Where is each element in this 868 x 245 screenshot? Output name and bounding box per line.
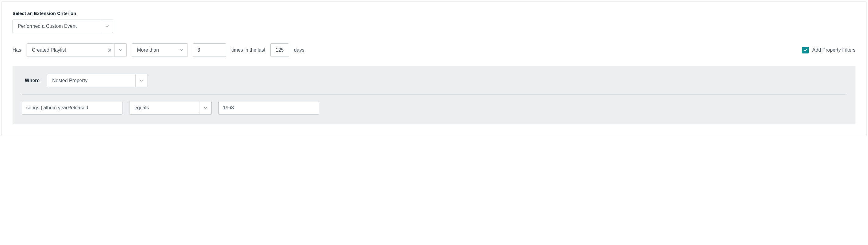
criterion-value: Performed a Custom Event	[13, 24, 101, 29]
event-dropdown-toggle[interactable]	[114, 44, 126, 57]
count-input[interactable]	[193, 43, 226, 57]
add-property-filters-checkbox[interactable]	[802, 47, 809, 54]
comparator-select[interactable]: More than	[132, 43, 188, 57]
clear-event-button[interactable]	[105, 48, 114, 52]
where-label: Where	[25, 78, 40, 83]
add-property-filters-toggle[interactable]: Add Property Filters	[802, 47, 856, 54]
filter-type-dropdown-toggle[interactable]	[135, 74, 148, 87]
property-filter-panel: Where Nested Property equals	[12, 66, 856, 124]
chevron-down-icon	[105, 25, 109, 28]
operator-value: equals	[129, 105, 199, 111]
add-property-filters-label: Add Property Filters	[812, 48, 856, 53]
comparator-value: More than	[132, 48, 175, 53]
filter-type-select[interactable]: Nested Property	[47, 74, 148, 87]
filter-condition-row: equals	[22, 101, 846, 115]
chevron-down-icon	[180, 48, 183, 52]
where-row: Where Nested Property	[22, 74, 846, 94]
comparator-dropdown-toggle[interactable]	[175, 44, 188, 57]
section-header: Select an Extension Criterion	[12, 11, 856, 16]
has-label: Has	[12, 48, 21, 53]
days-label: days.	[294, 48, 306, 53]
times-in-last-label: times in the last	[231, 48, 265, 53]
criterion-select[interactable]: Performed a Custom Event	[12, 20, 113, 33]
event-value: Created Playlist	[27, 48, 105, 53]
event-select[interactable]: Created Playlist	[27, 43, 127, 57]
filter-value-input[interactable]	[218, 101, 319, 115]
days-input[interactable]	[270, 43, 289, 57]
property-path-input[interactable]	[22, 101, 122, 115]
filter-type-value: Nested Property	[47, 78, 135, 83]
chevron-down-icon	[204, 106, 207, 110]
operator-dropdown-toggle[interactable]	[199, 101, 211, 114]
chevron-down-icon	[119, 48, 122, 52]
condition-row: Has Created Playlist More than times in …	[12, 43, 856, 57]
chevron-down-icon	[140, 79, 143, 83]
operator-select[interactable]: equals	[129, 101, 212, 115]
criterion-dropdown-toggle[interactable]	[101, 20, 113, 33]
extension-criterion-panel: Select an Extension Criterion Performed …	[1, 1, 867, 136]
